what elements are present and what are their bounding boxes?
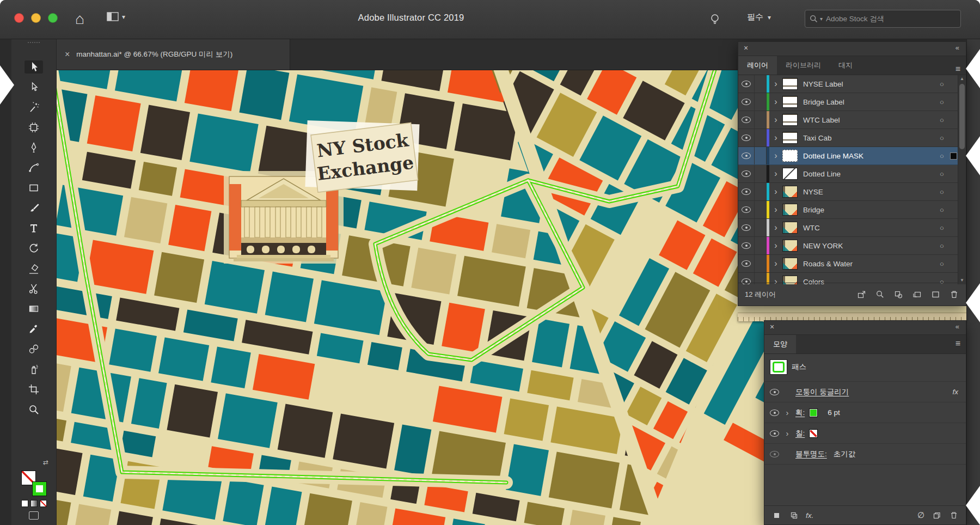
opacity-link[interactable]: 불투명도: (795, 449, 827, 459)
layer-row[interactable]: › Dotted Line MASK ○ (738, 147, 966, 165)
gradient-tool[interactable] (24, 302, 43, 315)
direct-selection-tool[interactable] (24, 81, 43, 94)
layer-thumbnail[interactable] (782, 78, 798, 90)
layer-name[interactable]: Bridge Label (803, 98, 936, 106)
layer-visibility-toggle[interactable] (738, 165, 755, 182)
layer-lock-cell[interactable] (755, 219, 767, 236)
color-mode-color[interactable] (21, 500, 28, 507)
type-tool[interactable] (24, 222, 43, 235)
tab-appearance[interactable]: 모양 (764, 335, 796, 353)
layer-thumbnail[interactable] (782, 258, 798, 270)
add-new-fill-icon[interactable] (788, 510, 799, 521)
round-corners-effect-link[interactable]: 모퉁이 둥글리기 (795, 387, 849, 397)
layer-thumbnail[interactable] (782, 186, 798, 198)
discover-icon[interactable] (709, 13, 720, 28)
expand-chevron-icon[interactable]: › (769, 259, 782, 268)
stroke-color-well[interactable] (33, 482, 46, 496)
layer-thumbnail[interactable] (782, 150, 798, 162)
layer-visibility-toggle[interactable] (738, 93, 755, 111)
layer-row[interactable]: › NYSE ○ (738, 183, 966, 201)
layer-row[interactable]: › Bridge ○ (738, 201, 966, 219)
fill-link[interactable]: 칠: (795, 429, 805, 438)
color-mode-none[interactable] (40, 500, 47, 507)
rotate-tool[interactable] (24, 242, 43, 255)
layer-lock-cell[interactable] (755, 129, 767, 146)
expand-chevron-icon[interactable]: › (783, 429, 791, 438)
close-icon[interactable]: × (744, 44, 748, 52)
layer-visibility-toggle[interactable] (738, 75, 755, 93)
layer-name[interactable]: WTC (803, 224, 936, 232)
panel-menu-icon[interactable]: ≡ (955, 64, 960, 74)
expand-chevron-icon[interactable]: › (769, 241, 782, 250)
expand-chevron-icon[interactable]: › (769, 223, 782, 232)
crop-tool[interactable] (24, 383, 43, 396)
scrollbar-thumb[interactable] (959, 84, 965, 149)
layer-row[interactable]: › WTC ○ (738, 219, 966, 237)
layer-name[interactable]: Taxi Cab (803, 134, 936, 142)
zoom-tool[interactable] (24, 403, 43, 416)
eye-icon[interactable] (770, 451, 779, 457)
layer-lock-cell[interactable] (755, 147, 767, 164)
layer-thumbnail[interactable] (782, 168, 798, 180)
expand-chevron-icon[interactable]: › (769, 205, 782, 214)
layer-thumbnail[interactable] (782, 132, 798, 144)
layer-target-icon[interactable]: ○ (936, 134, 948, 142)
locate-object-icon[interactable] (874, 289, 885, 300)
collect-for-export-icon[interactable] (856, 289, 867, 300)
artboard-tool[interactable] (24, 121, 43, 134)
layer-thumbnail[interactable] (782, 204, 798, 216)
layer-row[interactable]: › Dotted Line ○ (738, 165, 966, 183)
adobe-stock-search[interactable]: ▾ (805, 10, 961, 28)
appearance-row-path[interactable]: 패스 (764, 353, 966, 382)
layer-row[interactable]: › NEW YORK ○ (738, 237, 966, 255)
layer-visibility-toggle[interactable] (738, 111, 755, 129)
layer-thumbnail[interactable] (782, 96, 798, 108)
duplicate-item-icon[interactable] (931, 510, 942, 521)
layer-name[interactable]: Bridge (803, 206, 936, 214)
appearance-row-effect[interactable]: 모퉁이 둥글리기 fx (764, 382, 966, 402)
layer-row[interactable]: › Taxi Cab ○ (738, 129, 966, 147)
window-zoom-button[interactable] (48, 13, 58, 23)
layer-thumbnail[interactable] (782, 222, 798, 234)
expand-chevron-icon[interactable]: › (769, 97, 782, 106)
layer-visibility-toggle[interactable] (738, 237, 755, 254)
layer-row[interactable]: › Bridge Label ○ (738, 93, 966, 111)
expand-chevron-icon[interactable]: › (783, 408, 791, 417)
layer-lock-cell[interactable] (755, 165, 767, 182)
tab-artboards[interactable]: 대지 (830, 56, 861, 75)
layer-target-icon[interactable]: ○ (936, 242, 948, 250)
swap-fill-stroke-icon[interactable]: ⇄ (43, 459, 48, 466)
layer-lock-cell[interactable] (755, 237, 767, 254)
scissors-tool[interactable] (24, 282, 43, 295)
layer-row[interactable]: › NYSE Label ○ (738, 75, 966, 93)
scroll-up-icon[interactable]: ▲ (958, 75, 966, 83)
layer-visibility-toggle[interactable] (738, 255, 755, 272)
layer-thumbnail[interactable] (782, 240, 798, 252)
clear-appearance-icon[interactable]: ∅ (917, 510, 924, 520)
expand-chevron-icon[interactable]: › (769, 133, 782, 142)
add-new-stroke-icon[interactable] (771, 510, 782, 521)
magic-wand-tool[interactable] (24, 101, 43, 114)
panel-menu-icon[interactable]: ≡ (955, 339, 960, 349)
curvature-tool[interactable] (24, 161, 43, 174)
layer-name[interactable]: Dotted Line (803, 170, 936, 178)
new-sublayer-icon[interactable] (911, 289, 922, 300)
layer-target-icon[interactable]: ○ (936, 152, 948, 160)
eye-icon[interactable] (770, 430, 779, 437)
scroll-down-icon[interactable]: ▼ (958, 277, 966, 284)
layer-name[interactable]: Dotted Line MASK (803, 152, 936, 160)
layer-lock-cell[interactable] (755, 93, 767, 111)
document-tab[interactable]: × manhattan.ai* @ 66.67% (RGB/GPU 미리 보기) (56, 39, 290, 70)
layer-target-icon[interactable]: ○ (936, 206, 948, 214)
layers-scrollbar[interactable]: ▲ ▼ (958, 75, 966, 284)
expand-chevron-icon[interactable]: › (769, 115, 782, 124)
layer-target-icon[interactable]: ○ (936, 188, 948, 196)
layer-row[interactable]: › WTC Label ○ (738, 111, 966, 129)
layer-visibility-toggle[interactable] (738, 219, 755, 236)
layer-visibility-toggle[interactable] (738, 147, 755, 164)
paintbrush-tool[interactable] (24, 202, 43, 215)
eyedropper-tool[interactable] (24, 322, 43, 335)
expand-chevron-icon[interactable]: › (769, 169, 782, 178)
layer-lock-cell[interactable] (755, 255, 767, 272)
color-mode-gradient[interactable] (30, 500, 38, 507)
